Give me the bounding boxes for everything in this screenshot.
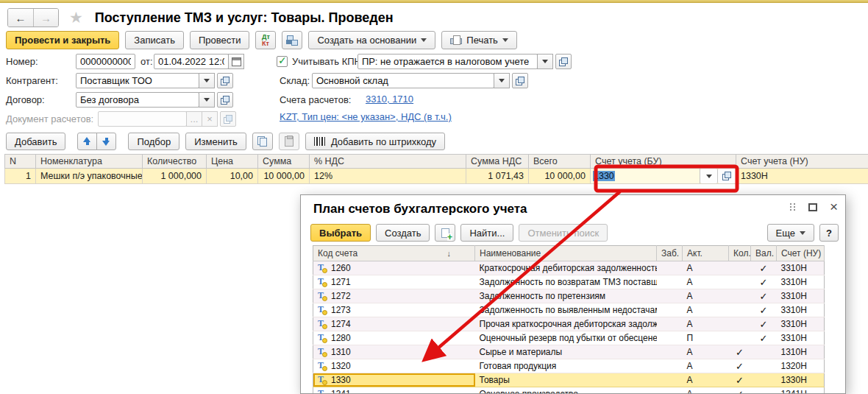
account-row-1273[interactable]: 1273 Задолженность по выявленным недоста…: [313, 303, 825, 317]
close-icon[interactable]: [830, 203, 838, 211]
pr-field-group: [357, 54, 572, 69]
post-button[interactable]: Провести: [190, 31, 250, 49]
col-nomenclature: Номенклатура: [36, 155, 143, 169]
settlement-doc-ellipsis-button[interactable]: ...: [186, 111, 202, 127]
account-row-1272[interactable]: 1272 Задолженность по претензиям А ✓ 331…: [313, 289, 825, 303]
contract-label: Договор:: [6, 92, 45, 108]
col-offbalance[interactable]: Заб.: [657, 246, 683, 261]
settlement-doc-open-button[interactable]: [220, 111, 236, 127]
move-row-buttons: [77, 133, 116, 150]
back-button[interactable]: [8, 9, 33, 27]
forward-button[interactable]: [33, 9, 58, 27]
open-icon: [722, 172, 731, 180]
settlement-accounts-link[interactable]: 3310, 1710: [366, 92, 413, 107]
contract-dropdown-button[interactable]: [199, 92, 215, 108]
add-by-barcode-button[interactable]: Добавить по штрихкоду: [305, 133, 445, 150]
more-menu-icon[interactable]: [790, 203, 796, 211]
number-input[interactable]: [76, 54, 135, 69]
col-tax-account[interactable]: Счет (НУ): [777, 246, 825, 261]
account-row-1260[interactable]: 1260 Краткосрочная дебиторская задолженн…: [313, 261, 825, 275]
arrow-down-icon: [102, 137, 110, 146]
cell-price[interactable]: 10,00: [207, 169, 258, 184]
warehouse-dropdown-button[interactable]: [494, 73, 510, 88]
cell-account-nu[interactable]: 1330Н: [736, 169, 868, 184]
more-button[interactable]: Еще: [767, 224, 814, 242]
dialog-title: План счетов бухгалтерского учета: [313, 202, 527, 217]
account-row-1280[interactable]: 1280 Оценочный резерв под убытки от обес…: [313, 331, 825, 345]
account-type-icon: [318, 305, 327, 314]
select-button[interactable]: Выбрать: [310, 224, 371, 242]
new-document-icon: [441, 228, 449, 238]
col-currency[interactable]: Вал.: [751, 246, 777, 261]
quantitative-check: [729, 331, 751, 345]
create-based-on-button[interactable]: Создать на основании: [308, 31, 435, 49]
create-button[interactable]: Создать: [376, 224, 430, 242]
cell-quantity[interactable]: 1 000,000: [143, 169, 207, 184]
cancel-search-button[interactable]: Отменить поиск: [519, 224, 608, 242]
account-row-1330-selected[interactable]: 1330 Товары А ✓ 1330Н: [313, 373, 825, 387]
cell-nomenclature[interactable]: Мешки п/э упаковочные: [36, 169, 143, 184]
pr-dropdown-button[interactable]: [537, 54, 553, 69]
paste-rows-button[interactable]: [279, 133, 299, 150]
col-quantity: Количество: [143, 155, 207, 169]
col-account-code[interactable]: Код счета: [313, 246, 475, 261]
currency-check: ✓: [751, 275, 777, 289]
account-row-1310[interactable]: 1310 Сырье и материалы А ✓ 1310Н: [313, 345, 825, 359]
cell-sum[interactable]: 10 000,00: [258, 169, 310, 184]
account-bu-open-button[interactable]: [718, 169, 736, 183]
pr-combobox[interactable]: [357, 54, 538, 69]
app-window: Поступление ТМЗ и услуг: Товары. Проведе…: [0, 0, 868, 394]
account-row-1271[interactable]: 1271 Задолженность по возвратам ТМЗ пост…: [313, 275, 825, 289]
items-toolbar: Добавить Подбор Изменить Добавить по штр…: [6, 133, 445, 150]
add-row-button[interactable]: Добавить: [6, 133, 65, 150]
maximize-icon[interactable]: [808, 203, 817, 211]
calendar-button[interactable]: [228, 54, 244, 69]
cell-vat-sum[interactable]: 1 071,43: [466, 169, 529, 184]
counterparty-dropdown-button[interactable]: [199, 73, 215, 88]
col-quantitative[interactable]: Кол.: [729, 246, 751, 261]
warehouse-open-button[interactable]: [512, 73, 528, 88]
account-bu-value[interactable]: 1330: [591, 169, 700, 183]
pr-open-button[interactable]: [555, 54, 572, 69]
quantitative-check: [729, 275, 751, 289]
create-new-document-button[interactable]: [435, 224, 455, 242]
page-title: Поступление ТМЗ и услуг: Товары. Проведе…: [95, 10, 394, 26]
cell-vat-rate[interactable]: 12%: [310, 169, 466, 184]
currency-price-type-link[interactable]: KZT, Тип цен: <не указан>, НДС (в т.ч.): [280, 110, 452, 124]
date-input[interactable]: [154, 54, 229, 69]
find-button[interactable]: Найти...: [460, 224, 513, 242]
pick-button[interactable]: Подбор: [128, 133, 179, 150]
print-button[interactable]: Печать: [441, 31, 517, 49]
currency-check: ✓: [751, 261, 777, 275]
move-up-button[interactable]: [77, 133, 97, 150]
account-row-1320[interactable]: 1320 Готовая продукция А ✓ 1320Н: [313, 359, 825, 373]
col-account-name[interactable]: Наименование: [475, 246, 657, 261]
copy-rows-button[interactable]: [252, 133, 273, 150]
help-button[interactable]: ?: [819, 224, 839, 242]
cell-total[interactable]: 10 000,00: [529, 169, 591, 184]
post-and-close-button[interactable]: Провести и закрыть: [6, 31, 119, 49]
edit-row-button[interactable]: Изменить: [185, 133, 246, 150]
col-activity[interactable]: Акт.: [683, 246, 729, 261]
account-bu-dropdown-button[interactable]: [700, 169, 718, 183]
settlement-doc-input[interactable]: [98, 111, 187, 127]
contract-input[interactable]: [76, 92, 199, 108]
cell-n[interactable]: 1: [5, 169, 36, 184]
favorite-star-icon[interactable]: [69, 10, 83, 25]
items-row-1[interactable]: 1 Мешки п/э упаковочные 1 000,000 10,00 …: [5, 169, 868, 184]
counterparty-open-button[interactable]: [217, 73, 233, 88]
account-row-1341[interactable]: 1341 Основное производство А ✓ 1341Н: [313, 387, 825, 394]
contract-open-button[interactable]: [217, 92, 233, 108]
quantitative-check: ✓: [729, 359, 751, 373]
move-down-button[interactable]: [96, 133, 116, 150]
dt-kt-postings-button[interactable]: ДтКт: [255, 31, 276, 49]
write-button[interactable]: Записать: [125, 31, 184, 49]
settlement-doc-clear-button[interactable]: ×: [202, 111, 218, 127]
account-row-1274[interactable]: 1274 Прочая краткосрочная дебиторская за…: [313, 317, 825, 331]
chevron-down-icon: [502, 38, 508, 42]
warehouse-input[interactable]: [312, 73, 494, 88]
settlement-doc-label: Документ расчетов:: [6, 111, 93, 127]
kpn-checkbox[interactable]: [277, 56, 288, 67]
counterparty-input[interactable]: [76, 73, 199, 88]
document-structure-button[interactable]: [282, 31, 302, 49]
